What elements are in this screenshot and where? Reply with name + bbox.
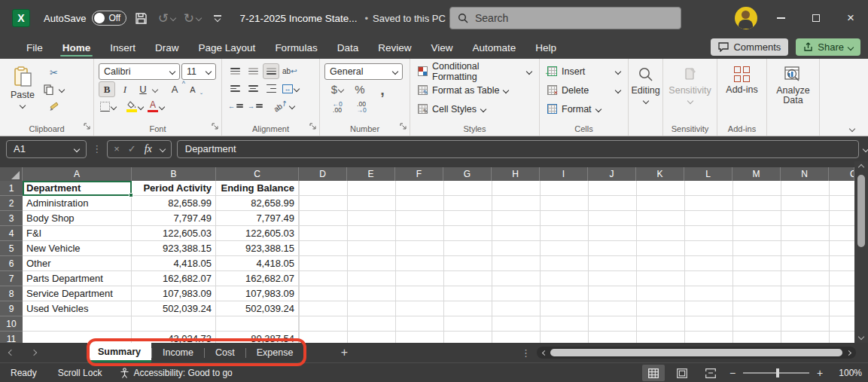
column-header-j[interactable]: J (588, 167, 636, 181)
enter-icon[interactable]: ✓ (128, 143, 136, 154)
row-header-1[interactable]: 1 (0, 181, 23, 196)
sheet-tab-cost[interactable]: Cost (205, 343, 245, 362)
cell-a10[interactable] (23, 316, 132, 332)
tab-help[interactable]: Help (525, 36, 566, 59)
sheet-tab-income[interactable]: Income (152, 343, 204, 362)
font-color-button[interactable]: A (146, 99, 166, 115)
tab-data[interactable]: Data (327, 36, 369, 59)
comments-button[interactable]: Comments (711, 38, 788, 56)
sheet-tab-summary[interactable]: Summary (87, 343, 151, 362)
font-family-select[interactable]: Calibri (99, 63, 180, 80)
merge-center-button[interactable]: ↔ (281, 81, 300, 96)
page-break-view-button[interactable] (699, 365, 722, 381)
autosave-toggle[interactable]: Off (92, 11, 126, 26)
tab-draw[interactable]: Draw (145, 36, 189, 59)
hscroll-right-icon[interactable] (844, 351, 853, 355)
top-align-button[interactable] (227, 63, 243, 79)
status-scroll-lock[interactable]: Scroll Lock (47, 368, 113, 378)
sheet-tab-expense[interactable]: Expense (246, 343, 304, 362)
cancel-icon[interactable]: × (114, 143, 120, 154)
underline-chevron-icon[interactable] (152, 86, 158, 92)
underline-button[interactable]: U (135, 81, 151, 97)
percent-button[interactable]: % (352, 81, 368, 97)
middle-align-button[interactable] (245, 63, 261, 79)
row-header-10[interactable]: 10 (0, 316, 23, 332)
avatar[interactable] (735, 7, 757, 29)
cell-a9[interactable]: Used Vehicles (23, 301, 132, 316)
borders-button[interactable] (99, 99, 117, 115)
column-header-o[interactable]: O (829, 167, 854, 181)
search-input[interactable] (475, 12, 648, 24)
tab-page-layout[interactable]: Page Layout (189, 36, 266, 59)
insert-button[interactable]: ← Insert (543, 62, 625, 81)
column-header-f[interactable]: F (395, 167, 443, 181)
tab-file[interactable]: File (17, 36, 53, 59)
maximize-button[interactable] (799, 0, 833, 36)
hscroll-left-icon[interactable] (540, 351, 549, 355)
addins-button[interactable]: Add-ins (720, 62, 763, 95)
sheet-nav-left-icon[interactable] (0, 350, 23, 355)
close-button[interactable]: × (833, 0, 868, 36)
tab-review[interactable]: Review (368, 36, 421, 59)
delete-button[interactable]: × Delete (543, 81, 625, 99)
cell-c9[interactable]: 502,039.24 (216, 301, 299, 316)
decrease-decimal-button[interactable]: .00→0 (353, 99, 370, 115)
save-button[interactable] (129, 7, 152, 29)
column-header-l[interactable]: L (684, 167, 732, 181)
cell-a2[interactable]: Administration (23, 196, 132, 211)
column-header-e[interactable]: E (347, 167, 395, 181)
cell-c4[interactable]: 122,605.03 (216, 226, 299, 241)
scroll-down-icon[interactable] (859, 331, 863, 343)
format-painter-button[interactable] (42, 98, 65, 114)
add-sheet-button[interactable]: + (335, 346, 353, 359)
redo-button[interactable]: ↻ (181, 7, 203, 29)
currency-button[interactable]: $ (329, 81, 346, 97)
row-header-7[interactable]: 7 (0, 271, 23, 286)
column-header-b[interactable]: B (132, 167, 216, 181)
cell-b2[interactable]: 82,658.99 (132, 196, 216, 211)
comma-style-button[interactable]: , (374, 81, 391, 97)
name-box[interactable]: A1 (6, 140, 87, 158)
column-header-k[interactable]: K (636, 167, 684, 181)
cell-b7[interactable]: 162,682.07 (132, 271, 216, 286)
paste-button[interactable]: Paste (3, 62, 42, 114)
zoom-level[interactable]: 100% (830, 368, 862, 378)
cell-b8[interactable]: 107,983.09 (132, 286, 216, 301)
cell-b10[interactable] (132, 316, 216, 332)
number-format-select[interactable]: General (324, 63, 403, 80)
insert-function-button[interactable]: fx (145, 143, 152, 155)
column-header-i[interactable]: I (540, 167, 588, 181)
row-header-9[interactable]: 9 (0, 301, 23, 316)
increase-font-button[interactable]: A^ (166, 81, 183, 97)
column-header-c[interactable]: C (216, 167, 299, 181)
fill-color-button[interactable] (125, 99, 145, 115)
font-size-select[interactable]: 11 (181, 63, 216, 80)
row-header-5[interactable]: 5 (0, 241, 23, 256)
tab-view[interactable]: View (421, 36, 462, 59)
sheet-options-icon[interactable]: ⋮ (521, 347, 531, 359)
row-header-11[interactable]: 11 (0, 332, 23, 343)
horizontal-scrollbar[interactable] (537, 347, 856, 359)
cell-c5[interactable]: 923,388.15 (216, 241, 299, 256)
editing-button[interactable]: Editing (632, 62, 659, 103)
collapse-ribbon-icon[interactable] (849, 126, 855, 132)
wrap-text-button[interactable]: ab↩ (281, 63, 299, 79)
vertical-scrollbar[interactable] (854, 161, 868, 343)
cell-b5[interactable]: 923,388.15 (132, 241, 216, 256)
row-header-8[interactable]: 8 (0, 286, 23, 301)
tab-automate[interactable]: Automate (462, 36, 525, 59)
format-button[interactable]: Format (543, 99, 625, 118)
minimize-button[interactable] (763, 0, 798, 36)
cell-a8[interactable]: Service Department (23, 286, 132, 301)
saved-status[interactable]: • Saved to this PC (364, 13, 454, 24)
column-header-g[interactable]: G (443, 167, 492, 181)
orientation-button[interactable]: ab↗ (272, 98, 296, 114)
status-mode[interactable]: Ready (0, 368, 47, 378)
decrease-font-button[interactable]: Aˇ (184, 81, 201, 97)
cell-c2[interactable]: 82,658.99 (216, 196, 299, 211)
tab-home[interactable]: Home (53, 36, 101, 59)
format-as-table-button[interactable]: ✎ Format as Table (413, 81, 536, 99)
accessibility-status[interactable]: Accessibility: Good to go (112, 368, 239, 378)
zoom-out-button[interactable]: − (728, 367, 737, 379)
cell-b9[interactable]: 502,039.24 (132, 301, 216, 316)
